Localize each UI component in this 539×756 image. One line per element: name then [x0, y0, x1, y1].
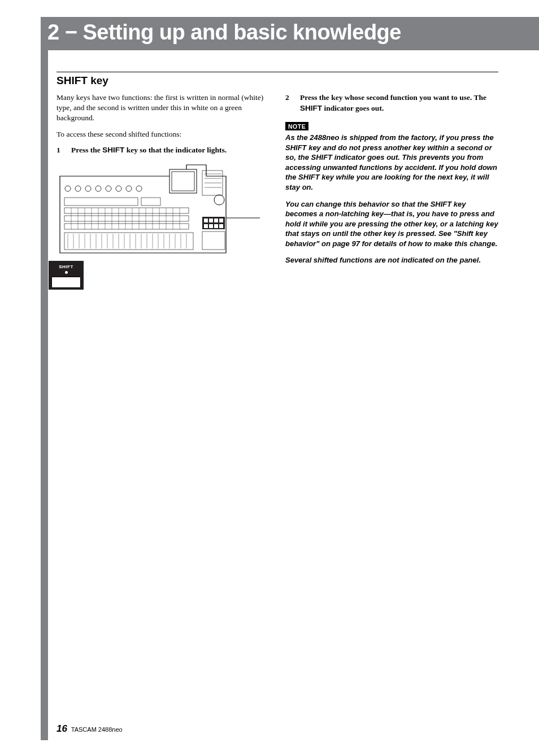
section-title: SHIFT key [56, 72, 498, 87]
note-block: NOTE As the 2488neo is shipped from the … [285, 121, 498, 265]
indicator-led-icon [65, 271, 68, 274]
shift-key-graphic: SHIFT [49, 261, 84, 290]
note-paragraph-3: Several shifted functions are not indica… [285, 255, 498, 265]
keycap-label: SHIFT [102, 146, 124, 154]
shift-key-callout: SHIFT [49, 261, 84, 290]
shift-label: SHIFT [49, 264, 84, 269]
step-1: 1 Press the SHIFT key so that the indica… [56, 145, 270, 156]
page: 2 − Setting up and basic knowledge SHIFT… [0, 0, 539, 756]
note-paragraph-1: As the 2488neo is shipped from the facto… [285, 133, 498, 192]
content-area: SHIFT key Many keys have two functions: … [56, 50, 498, 318]
device-illustration [56, 163, 271, 259]
svg-rect-63 [209, 219, 213, 222]
step-text: key so that the indicator lights. [124, 146, 227, 154]
page-number: 16 [56, 723, 67, 734]
svg-rect-0 [169, 169, 197, 193]
step-number: 1 [56, 145, 63, 156]
step-2: 2 Press the key whose second function yo… [285, 93, 498, 114]
chapter-header: 2 − Setting up and basic knowledge [41, 17, 539, 50]
step-text: indicator goes out. [322, 104, 384, 112]
keycap-label: SHIFT [300, 104, 322, 112]
svg-rect-62 [204, 219, 208, 222]
page-footer: 16 TASCAM 2488neo [56, 723, 123, 735]
note-badge: NOTE [285, 122, 308, 130]
svg-rect-66 [204, 224, 208, 228]
brand-model: TASCAM 2488neo [71, 726, 123, 733]
step-text: Press the key whose second function you … [300, 93, 486, 102]
step-number: 2 [285, 93, 292, 114]
device-diagram: SHIFT [56, 163, 270, 318]
note-paragraph-2: You can change this behavior so that the… [285, 199, 498, 249]
svg-rect-64 [214, 219, 218, 222]
svg-rect-65 [219, 219, 223, 222]
step-text: Press the [71, 146, 102, 154]
svg-rect-69 [219, 224, 223, 228]
intro-paragraph-1: Many keys have two functions: the first … [56, 93, 270, 124]
left-accent-bar [41, 43, 48, 740]
step-body: Press the SHIFT key so that the indicato… [71, 145, 227, 156]
svg-rect-68 [214, 224, 218, 228]
two-column-layout: Many keys have two functions: the first … [56, 93, 498, 318]
svg-rect-67 [209, 224, 213, 228]
intro-paragraph-2: To access these second shifted functions… [56, 129, 270, 139]
step-body: Press the key whose second function you … [300, 93, 498, 114]
keycap-icon [51, 277, 81, 288]
